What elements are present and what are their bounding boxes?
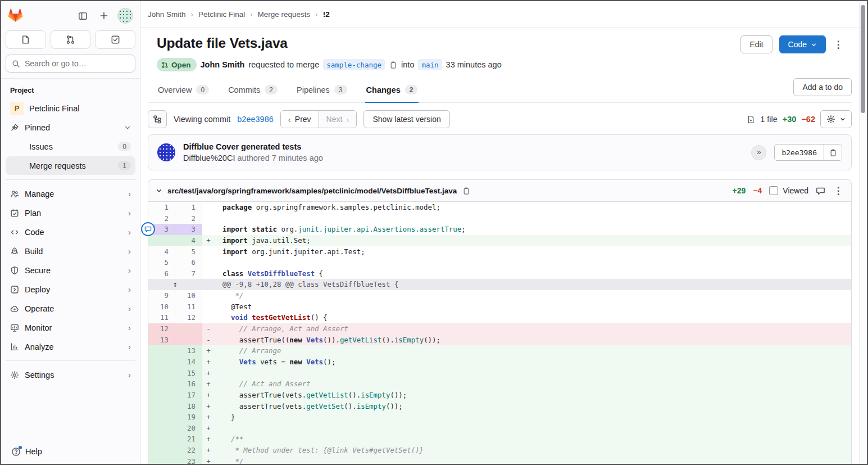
gitlab-logo[interactable] xyxy=(8,8,23,23)
scrollbar-thumb[interactable] xyxy=(861,5,865,113)
new-line-number[interactable]: 4 xyxy=(175,235,202,246)
old-line-number[interactable] xyxy=(148,423,175,434)
sidebar-item-deploy[interactable]: Deploy › xyxy=(6,280,135,299)
new-line-number[interactable]: 12 xyxy=(175,312,202,323)
sidebar-item-settings[interactable]: Settings › xyxy=(6,365,135,384)
old-line-number[interactable] xyxy=(148,456,175,464)
tab-commits[interactable]: Commits 2 xyxy=(227,77,279,103)
new-line-number[interactable]: 16 xyxy=(175,378,202,390)
new-line-number[interactable]: 6 xyxy=(175,257,202,268)
old-line-number[interactable]: 9 xyxy=(148,290,175,301)
diff-settings-button[interactable] xyxy=(820,110,852,128)
commit-title[interactable]: Diffblue Cover generated tests xyxy=(183,142,323,151)
more-actions-icon[interactable]: ⋮ xyxy=(833,39,844,51)
new-line-number[interactable]: 23 xyxy=(175,456,202,464)
old-line-number[interactable] xyxy=(148,434,175,445)
issues-shortcut-icon[interactable] xyxy=(6,30,46,49)
old-line-number[interactable] xyxy=(148,235,175,246)
old-line-number[interactable]: 11 xyxy=(148,312,175,323)
breadcrumb-project[interactable]: Petclinic Final xyxy=(198,10,245,19)
merge-requests-shortcut-icon[interactable] xyxy=(51,30,91,49)
breadcrumb-merge-requests[interactable]: Merge requests xyxy=(258,10,311,19)
edit-button[interactable]: Edit xyxy=(740,35,772,53)
mr-author[interactable]: John Smith xyxy=(201,60,245,69)
new-line-number[interactable]: 7 xyxy=(175,268,202,279)
sidebar-item-manage[interactable]: Manage › xyxy=(6,184,135,203)
new-line-number[interactable]: 21 xyxy=(175,434,202,445)
new-line-number[interactable] xyxy=(175,335,202,346)
sidebar-item-merge-requests[interactable]: Merge requests 1 xyxy=(6,156,135,175)
sidebar-item-help[interactable]: Help xyxy=(6,439,135,464)
new-line-number[interactable]: 17 xyxy=(175,390,202,401)
new-line-number[interactable]: 13 xyxy=(175,345,202,356)
new-line-number[interactable]: 20 xyxy=(175,423,202,434)
commit-sha-link[interactable]: b2ee3986 xyxy=(237,115,274,124)
copy-sha-icon[interactable] xyxy=(824,145,842,160)
sidebar-item-pinned[interactable]: Pinned xyxy=(6,118,135,137)
sidebar-item-analyze[interactable]: Analyze › xyxy=(6,337,135,356)
sidebar-item-plan[interactable]: Plan › xyxy=(6,204,135,222)
old-line-number[interactable]: 12 xyxy=(148,323,175,335)
next-commit-button[interactable]: Next › xyxy=(319,111,357,128)
comment-icon[interactable] xyxy=(816,186,825,196)
add-todo-button[interactable]: Add a to do xyxy=(793,78,852,96)
copy-branch-icon[interactable] xyxy=(389,61,397,69)
old-line-number[interactable] xyxy=(148,445,175,456)
old-line-number[interactable]: 1 xyxy=(148,202,175,213)
new-line-number[interactable]: 10 xyxy=(175,290,202,301)
tab-pipelines[interactable]: Pipelines 3 xyxy=(296,77,348,103)
old-line-number[interactable] xyxy=(148,368,175,379)
new-line-number[interactable]: 1 xyxy=(175,202,202,213)
new-line-number[interactable] xyxy=(175,323,202,335)
sidebar-item-secure[interactable]: Secure › xyxy=(6,261,135,279)
viewed-toggle[interactable]: Viewed xyxy=(769,186,808,195)
new-line-number[interactable]: 15 xyxy=(175,368,202,379)
old-line-number[interactable] xyxy=(148,356,175,368)
file-path[interactable]: src/test/java/org/springframework/sample… xyxy=(167,187,457,195)
old-line-number[interactable] xyxy=(148,345,175,356)
new-line-number[interactable]: 14 xyxy=(175,356,202,368)
tab-overview[interactable]: Overview 0 xyxy=(157,77,210,103)
new-line-number[interactable]: 11 xyxy=(175,301,202,313)
old-line-number[interactable]: 4 xyxy=(148,246,175,258)
new-line-number[interactable]: 19 xyxy=(175,412,202,423)
collapse-file-icon[interactable] xyxy=(156,187,162,194)
old-line-number[interactable]: 10 xyxy=(148,301,175,313)
prev-commit-button[interactable]: ‹ Prev xyxy=(281,111,319,128)
target-branch-chip[interactable]: main xyxy=(418,59,442,70)
sidebar-item-monitor[interactable]: Monitor › xyxy=(6,318,135,337)
breadcrumb-user[interactable]: John Smith xyxy=(148,10,186,19)
search-input[interactable]: Search or go to… xyxy=(6,55,135,73)
todo-shortcut-icon[interactable] xyxy=(95,30,135,49)
create-new-icon[interactable] xyxy=(96,8,112,24)
new-line-number[interactable]: 2 xyxy=(175,213,202,224)
copy-path-icon[interactable] xyxy=(462,187,470,195)
new-line-number[interactable]: 3 xyxy=(175,224,202,235)
old-line-number[interactable]: 6 xyxy=(148,268,175,279)
source-branch-chip[interactable]: sample-change xyxy=(323,59,385,70)
browse-files-icon[interactable]: » xyxy=(751,145,766,160)
old-line-number[interactable] xyxy=(148,378,175,390)
sidebar-item-operate[interactable]: Operate › xyxy=(6,299,135,318)
old-line-number[interactable]: 2 xyxy=(148,213,175,224)
file-tree-toggle-icon[interactable] xyxy=(148,110,167,128)
sidebar-item-project[interactable]: P Petclinic Final xyxy=(6,99,135,118)
sidebar-item-issues[interactable]: Issues 0 xyxy=(6,137,135,156)
sidebar-toggle-icon[interactable] xyxy=(75,8,90,24)
old-line-number[interactable] xyxy=(148,401,175,412)
user-avatar[interactable] xyxy=(117,8,133,24)
sidebar-item-build[interactable]: Build › xyxy=(6,242,135,260)
viewed-checkbox[interactable] xyxy=(769,186,778,195)
new-line-number[interactable]: 5 xyxy=(175,246,202,258)
old-line-number[interactable] xyxy=(148,390,175,401)
show-latest-version-button[interactable]: Show latest version xyxy=(363,110,449,128)
new-line-number[interactable]: 18 xyxy=(175,401,202,412)
sidebar-item-code[interactable]: Code › xyxy=(6,223,135,241)
file-options-icon[interactable]: ⋮ xyxy=(833,185,844,197)
tab-changes[interactable]: Changes 2 xyxy=(365,77,419,103)
old-line-number[interactable]: 13 xyxy=(148,335,175,346)
scrollbar[interactable] xyxy=(859,2,866,463)
code-button[interactable]: Code xyxy=(779,35,826,53)
old-line-number[interactable]: 5 xyxy=(148,257,175,268)
expand-lines-icon[interactable]: ↕ xyxy=(148,279,202,290)
